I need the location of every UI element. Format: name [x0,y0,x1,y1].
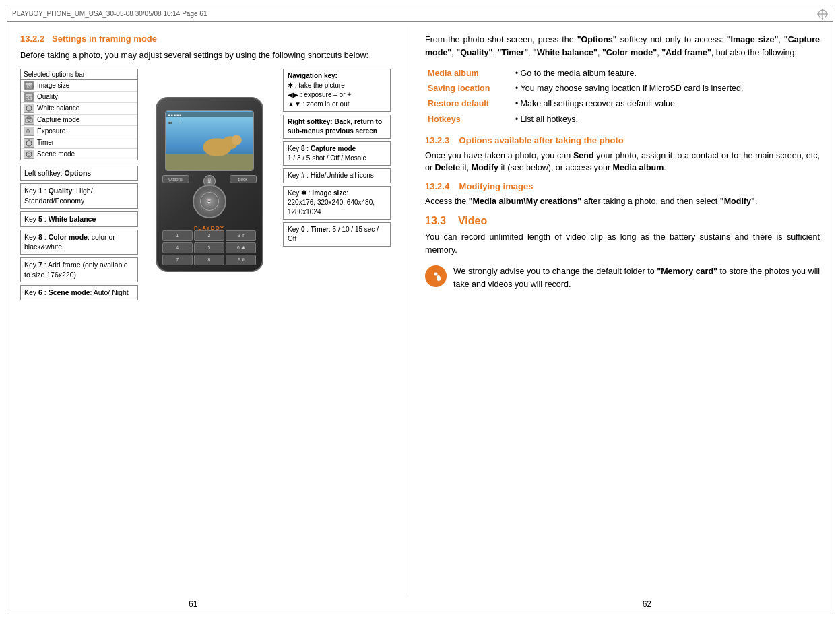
page-border [7,7,833,614]
